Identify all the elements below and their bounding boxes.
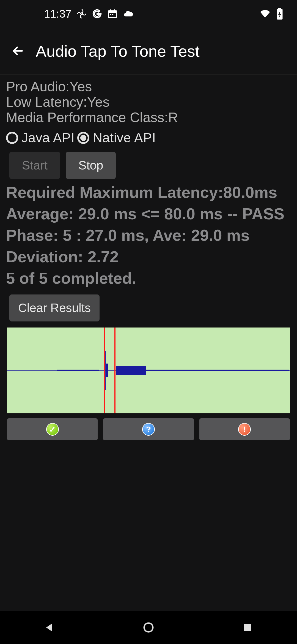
control-buttons: Start Stop: [0, 148, 297, 181]
result-line-average: Average: 29.0 ms <= 80.0 ms -- PASS: [6, 203, 291, 225]
tap-marker-line: [104, 328, 105, 413]
result-line-deviation: Deviation: 2.72: [6, 246, 291, 268]
low-latency-label: Low Latency:: [6, 94, 87, 110]
clear-results-button[interactable]: Clear Results: [9, 294, 100, 321]
nav-bar: [0, 611, 297, 644]
svg-rect-10: [244, 624, 251, 631]
waveform-tap-spike: [106, 364, 108, 377]
pass-button[interactable]: ✓: [7, 418, 98, 440]
svg-rect-8: [278, 8, 281, 9]
status-right: [259, 8, 283, 20]
low-latency-value: Yes: [87, 94, 110, 110]
check-icon: ✓: [46, 423, 59, 436]
google-icon: [92, 9, 102, 19]
svg-point-0: [81, 13, 82, 15]
tone-marker-line: [114, 328, 116, 413]
result-line-phase: Phase: 5 : 27.0 ms, Ave: 29.0 ms: [6, 225, 291, 246]
perf-class-value: R: [168, 110, 178, 125]
waveform-tone-burst: [116, 366, 146, 375]
back-button[interactable]: [8, 41, 28, 61]
alert-icon: !: [238, 423, 251, 436]
pro-audio-value: Yes: [70, 79, 92, 94]
svg-point-9: [144, 623, 153, 632]
java-api-radio[interactable]: Java API: [6, 130, 75, 145]
java-api-label: Java API: [21, 130, 75, 145]
radio-unchecked-icon: [6, 132, 18, 144]
clock-text: 11:37: [44, 8, 72, 20]
fail-button[interactable]: !: [199, 418, 290, 440]
help-button[interactable]: ?: [103, 418, 194, 440]
waveform-tail: [146, 370, 289, 371]
wifi-icon: [259, 9, 271, 19]
page-title: Audio Tap To Tone Test: [36, 42, 200, 60]
results-text: Required Maximum Latency:80.0ms Average:…: [0, 181, 297, 290]
api-radios: Java API Native API: [0, 125, 297, 148]
native-api-label: Native API: [93, 130, 156, 145]
start-button: Start: [9, 152, 60, 179]
app-bar: Audio Tap To Tone Test: [0, 28, 297, 75]
stop-button[interactable]: Stop: [66, 152, 116, 179]
pinwheel-icon: [76, 9, 87, 19]
help-icon: ?: [142, 423, 155, 436]
waveform-chart: [7, 328, 290, 413]
waveform-noise-left: [57, 370, 99, 371]
svg-rect-6: [112, 14, 114, 15]
cloud-icon: [123, 9, 134, 19]
device-info: Pro Audio:Yes Low Latency:Yes Media Perf…: [0, 75, 297, 125]
result-line-completed: 5 of 5 completed.: [6, 268, 291, 289]
nav-recents-button[interactable]: [239, 619, 256, 636]
status-left: 11:37: [44, 8, 134, 20]
svg-rect-5: [110, 14, 111, 15]
pro-audio-label: Pro Audio:: [6, 79, 70, 94]
radio-checked-icon: [77, 132, 89, 144]
perf-class-label: Media Performance Class:: [6, 110, 168, 125]
native-api-radio[interactable]: Native API: [77, 130, 156, 145]
svg-rect-3: [110, 9, 111, 12]
result-line-latency: Required Maximum Latency:80.0ms: [6, 182, 291, 203]
nav-home-button[interactable]: [140, 619, 157, 636]
result-badge-row: ✓ ? !: [0, 415, 297, 444]
battery-charging-icon: [276, 8, 283, 20]
nav-back-button[interactable]: [41, 619, 58, 636]
status-bar: 11:37: [0, 0, 297, 28]
calendar-icon: [107, 9, 118, 19]
svg-rect-2: [109, 11, 117, 13]
svg-rect-4: [114, 9, 115, 12]
